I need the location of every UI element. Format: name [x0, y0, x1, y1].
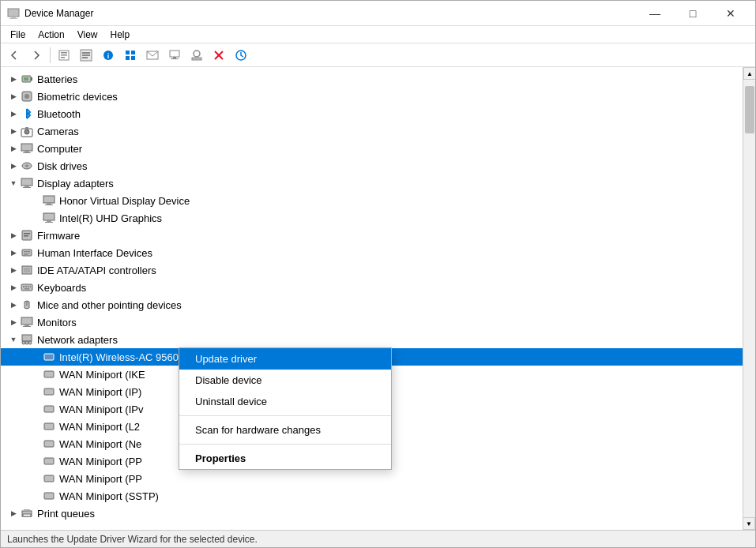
status-text: Launches the Update Driver Wizard for th…: [7, 534, 258, 545]
svg-rect-72: [44, 371, 54, 377]
info-button[interactable]: i: [98, 46, 118, 65]
tree-item-keyboards[interactable]: ▶ Keyboards: [1, 279, 743, 296]
icon-bluetooth: [20, 107, 34, 121]
menu-view[interactable]: View: [71, 28, 104, 42]
scroll-thumb[interactable]: [745, 86, 754, 133]
tree-item-mice[interactable]: ▶ Mice and other pointing devices: [1, 296, 743, 313]
computer-button[interactable]: [164, 46, 185, 65]
svg-rect-33: [25, 127, 28, 129]
tree-item-cameras[interactable]: ▶ Cameras: [1, 122, 743, 140]
ctx-update-driver-label: Update driver: [195, 353, 257, 365]
label-wan-pp2: WAN Miniport (PP: [59, 473, 142, 485]
scroll-track[interactable]: [743, 80, 755, 530]
tree-item-wan-sstp[interactable]: ▶ WAN Miniport (SSTP): [1, 487, 743, 505]
tree-item-disk[interactable]: ▶ Disk drives: [1, 157, 743, 175]
arrow-firmware: ▶: [7, 229, 20, 242]
icon-print: [20, 506, 34, 520]
tree-item-batteries[interactable]: ▶ Batteries: [1, 70, 743, 88]
svg-rect-82: [23, 514, 31, 516]
tree-item-wan-pp2[interactable]: ▶ WAN Miniport (PP: [1, 470, 743, 487]
scroll-down-btn[interactable]: ▼: [743, 517, 755, 530]
label-ide: IDE ATA/ATAPI controllers: [37, 265, 156, 276]
menu-action[interactable]: Action: [32, 28, 70, 42]
svg-rect-74: [44, 406, 54, 412]
menu-help[interactable]: Help: [104, 28, 137, 42]
ctx-scan-hardware[interactable]: Scan for hardware changes: [179, 419, 391, 441]
ctx-uninstall-device[interactable]: Uninstall device: [179, 391, 391, 412]
maximize-button[interactable]: □: [675, 1, 711, 26]
svg-rect-20: [171, 58, 179, 59]
label-disk: Disk drives: [37, 160, 88, 172]
ctx-update-driver[interactable]: Update driver: [179, 348, 391, 370]
svg-rect-77: [44, 458, 54, 464]
svg-rect-41: [23, 187, 31, 188]
tree-item-bluetooth[interactable]: ▶ Bluetooth: [1, 105, 743, 122]
title-bar: Device Manager — □ ✕: [1, 1, 755, 26]
svg-rect-0: [8, 9, 19, 17]
ctx-properties[interactable]: Properties: [179, 448, 391, 469]
icon-wan-sstp: [42, 489, 56, 503]
scan-button[interactable]: [186, 46, 207, 65]
toolbar-sep-1: [50, 47, 51, 63]
tree-item-computer[interactable]: ▶ Computer: [1, 140, 743, 157]
update-button[interactable]: [231, 46, 251, 65]
icon-monitors: [20, 315, 34, 329]
svg-rect-81: [24, 509, 30, 511]
svg-rect-73: [44, 388, 54, 395]
arrow-print: ▶: [7, 507, 20, 520]
ctx-properties-label: Properties: [195, 452, 246, 464]
arrow-disk: ▶: [7, 160, 20, 172]
svg-rect-14: [131, 51, 135, 54]
svg-rect-45: [43, 213, 55, 220]
svg-rect-58: [23, 286, 24, 287]
menu-bar: File Action View Help: [1, 26, 755, 43]
svg-rect-19: [173, 57, 176, 58]
tree-item-network[interactable]: ▼ Network adapters: [1, 331, 743, 348]
app-icon: [7, 7, 20, 20]
menu-file[interactable]: File: [4, 28, 32, 42]
svg-point-68: [22, 341, 25, 344]
tree-item-honor[interactable]: ▶ Honor Virtual Display Device: [1, 192, 743, 209]
tree-item-hid[interactable]: ▶ Human Interface Devices: [1, 244, 743, 261]
vertical-scrollbar[interactable]: ▲ ▼: [743, 67, 755, 530]
icon-wan-net: [42, 437, 56, 451]
email-button[interactable]: [142, 46, 163, 65]
label-wan-l2tp: WAN Miniport (L2: [59, 421, 140, 433]
properties-button[interactable]: [54, 46, 74, 65]
svg-rect-62: [24, 288, 29, 290]
svg-rect-42: [43, 196, 55, 203]
forward-button[interactable]: [26, 46, 47, 65]
minimize-button[interactable]: —: [637, 1, 673, 26]
scroll-up-btn[interactable]: ▲: [743, 67, 755, 80]
arrow-computer: ▶: [7, 142, 20, 155]
back-button[interactable]: [4, 46, 24, 65]
label-keyboards: Keyboards: [37, 282, 86, 294]
tree-item-firmware[interactable]: ▶ Firmware: [1, 227, 743, 244]
label-wan-sstp: WAN Miniport (SSTP): [59, 490, 159, 502]
svg-point-38: [25, 165, 28, 167]
svg-rect-47: [45, 222, 53, 223]
tree-item-intel-uhd[interactable]: ▶ Intel(R) UHD Graphics: [1, 209, 743, 227]
remove-button[interactable]: [209, 46, 229, 65]
tree-item-ide[interactable]: ▶ IDE ATA/ATAPI controllers: [1, 261, 743, 279]
svg-rect-61: [30, 286, 31, 287]
icon-wan-pp2: [42, 471, 56, 486]
icon-honor: [42, 193, 56, 208]
close-button[interactable]: ✕: [713, 1, 749, 26]
tree-item-print[interactable]: ▶ Print queues: [1, 505, 743, 522]
icon-computer: [20, 141, 34, 156]
tree-item-biometric[interactable]: ▶ Biometric devices: [1, 88, 743, 105]
ctx-disable-device[interactable]: Disable device: [179, 370, 391, 391]
tree-item-display[interactable]: ▼ Display adapters: [1, 175, 743, 192]
svg-rect-39: [21, 178, 32, 186]
list-button[interactable]: [76, 46, 96, 65]
tree-item-monitors[interactable]: ▶ Monitors: [1, 313, 743, 331]
view-button[interactable]: [120, 46, 141, 65]
arrow-batteries: ▶: [7, 73, 20, 85]
icon-intel-uhd: [42, 211, 56, 225]
svg-rect-16: [131, 56, 135, 60]
icon-wan-l2tp: [42, 419, 56, 434]
svg-rect-54: [24, 254, 28, 255]
icon-cameras: [20, 124, 34, 138]
arrow-cameras: ▶: [7, 125, 20, 137]
